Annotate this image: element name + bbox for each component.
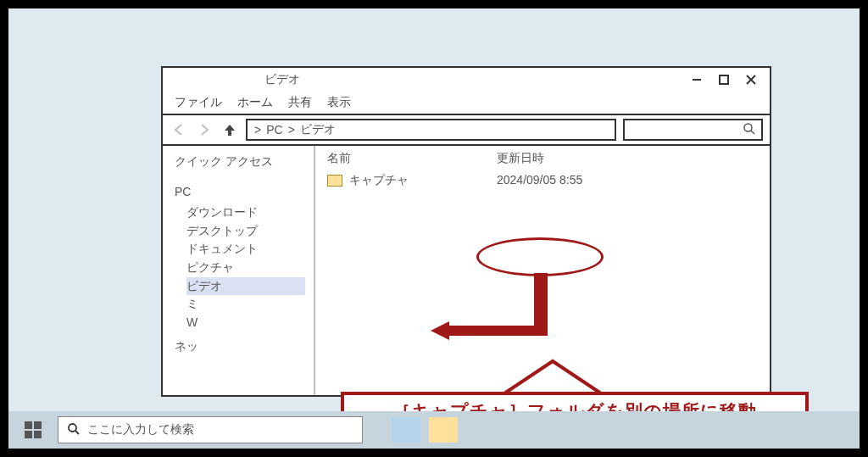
file-name: キャプチャ (349, 173, 409, 188)
file-modified: 2024/09/05 8:55 (497, 171, 758, 188)
menu-share[interactable]: 共有 (288, 95, 312, 110)
nav-back-button[interactable] (170, 120, 188, 139)
svg-point-10 (69, 424, 76, 432)
search-icon (743, 122, 756, 138)
path-sep: > (288, 123, 295, 137)
sidebar-item-pictures[interactable]: ピクチャ (186, 259, 305, 277)
annotation-ellipse (476, 237, 604, 276)
file-list: 名前 キャプチャ 更新日時 2024/09/05 8:55 (315, 146, 770, 395)
folder-icon (327, 175, 342, 187)
maximize-button[interactable] (710, 70, 737, 89)
nav-forward-button[interactable] (195, 120, 214, 139)
menu-file[interactable]: ファイル (175, 95, 222, 110)
toolbar: > PC > ビデオ (163, 114, 770, 146)
start-button[interactable] (17, 415, 49, 444)
titlebar: ビデオ (163, 68, 770, 92)
column-header-name[interactable]: 名前 (327, 151, 497, 166)
list-item[interactable]: キャプチャ (327, 171, 497, 190)
menu-view[interactable]: 表示 (327, 95, 351, 110)
sidebar-network[interactable]: ネッ (175, 339, 305, 354)
path-sep: > (254, 123, 261, 137)
annotation-arrow (448, 326, 548, 336)
svg-rect-9 (34, 431, 42, 438)
column-header-modified[interactable]: 更新日時 (497, 151, 758, 166)
svg-point-4 (744, 124, 752, 131)
menubar: ファイル ホーム 共有 表示 (163, 92, 770, 114)
sidebar-item-desktop[interactable]: デスクトップ (186, 222, 305, 241)
sidebar-pc[interactable]: PC (175, 185, 305, 198)
sidebar-item-videos[interactable]: ビデオ (186, 277, 305, 296)
svg-rect-6 (25, 421, 32, 429)
close-button[interactable] (737, 70, 765, 89)
svg-line-5 (751, 131, 754, 134)
sidebar-quick-access[interactable]: クイック アクセス (175, 154, 305, 170)
taskbar-search-placeholder: ここに入力して検索 (87, 422, 194, 437)
sidebar-item-music[interactable]: ミ (186, 295, 305, 314)
path-seg-videos[interactable]: ビデオ (300, 122, 336, 137)
minimize-button[interactable] (683, 70, 710, 89)
search-icon (67, 422, 81, 438)
svg-rect-1 (720, 75, 728, 84)
search-box[interactable] (623, 119, 763, 141)
sidebar: クイック アクセス PC ダウンロード デスクトップ ドキュメント ピクチャ ビ… (163, 146, 314, 395)
sidebar-item-downloads[interactable]: ダウンロード (186, 203, 305, 222)
taskbar-app-2[interactable] (429, 417, 458, 443)
annotation-arrow-head (431, 321, 449, 340)
menu-home[interactable]: ホーム (237, 95, 273, 110)
path-seg-pc[interactable]: PC (266, 123, 282, 137)
taskbar-search[interactable]: ここに入力して検索 (58, 416, 363, 443)
sidebar-item-w[interactable]: W (186, 314, 305, 332)
taskbar: ここに入力して検索 (8, 411, 860, 449)
svg-line-11 (75, 431, 79, 434)
address-bar[interactable]: > PC > ビデオ (246, 119, 616, 141)
svg-rect-8 (25, 431, 32, 438)
nav-up-button[interactable] (220, 120, 239, 139)
sidebar-item-documents[interactable]: ドキュメント (186, 240, 305, 259)
window-title: ビデオ (264, 72, 300, 87)
svg-rect-7 (34, 421, 42, 429)
explorer-window: ビデオ ファイル ホーム 共有 表示 (161, 66, 771, 397)
taskbar-app-1[interactable] (392, 417, 420, 443)
